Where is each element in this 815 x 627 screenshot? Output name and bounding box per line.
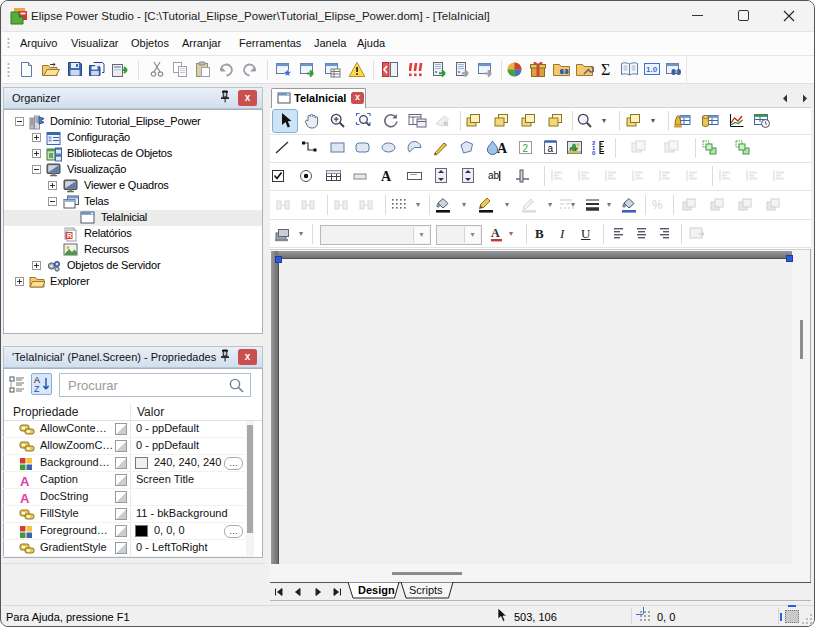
svg-text:Design: Design [358,584,395,596]
svg-text:1.0: 1.0 [646,65,658,74]
svg-text:a: a [548,143,554,154]
svg-text:%: % [652,198,663,212]
svg-text:A: A [20,474,30,487]
svg-text:Z: Z [34,384,40,394]
svg-text:A: A [381,169,392,184]
svg-text:A: A [491,226,500,240]
svg-text:2: 2 [523,143,529,154]
svg-text:Scripts: Scripts [409,584,443,596]
svg-text:Σ: Σ [601,61,610,78]
svg-text:A: A [20,491,30,504]
svg-text:ab: ab [488,170,500,181]
svg-text:R: R [67,232,72,239]
svg-text:0: 0 [592,150,596,156]
svg-text:A: A [497,141,508,156]
